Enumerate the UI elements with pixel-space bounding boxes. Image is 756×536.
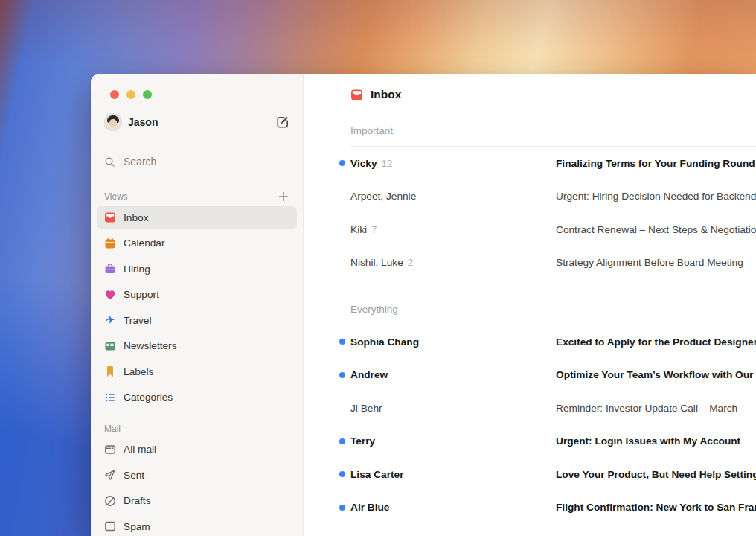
sidebar-item-labels[interactable]: Labels <box>97 360 297 383</box>
email-subject: Finalizing Terms for Your Funding Round <box>556 158 756 169</box>
add-view-button[interactable] <box>278 191 289 202</box>
window-controls <box>110 90 297 99</box>
email-sender: Nishil, Luke <box>350 257 403 268</box>
search-icon <box>104 156 115 168</box>
send-icon <box>104 469 116 481</box>
unread-dot-icon <box>339 160 345 166</box>
user-avatar <box>104 113 122 131</box>
email-row[interactable]: Vicky12 Finalizing Terms for Your Fundin… <box>304 147 756 180</box>
email-row[interactable]: Kiki7 Contract Renewal – Next Steps & Ne… <box>304 213 756 246</box>
sidebar: Jason Search Views Inbox Calendar Hiring… <box>91 74 304 536</box>
unread-dot-icon <box>339 339 345 345</box>
thread-count: 12 <box>382 158 393 169</box>
views-section-label: Views <box>104 191 128 202</box>
inbox-header: Inbox <box>304 85 756 104</box>
email-sender: Kiki <box>350 224 367 235</box>
views-section-header: Views <box>97 190 297 203</box>
all-mail-icon <box>104 444 116 456</box>
email-subject: Reminder: Investor Update Call – March <box>556 403 756 414</box>
unread-dot-icon <box>339 372 345 378</box>
email-sender: Air Blue <box>350 502 389 513</box>
sidebar-item-travel[interactable]: ✈ Travel <box>97 309 297 331</box>
mail-section-header: Mail <box>97 422 297 436</box>
sidebar-item-hiring[interactable]: Hiring <box>97 258 297 280</box>
sidebar-item-categories[interactable]: Categories <box>97 386 297 409</box>
sidebar-item-newsletters[interactable]: Newsletters <box>97 335 297 357</box>
section-label: Important <box>304 125 756 140</box>
email-sender: Andrew <box>350 369 388 380</box>
sidebar-item-drafts[interactable]: Drafts <box>97 490 297 512</box>
sidebar-item-support[interactable]: Support <box>97 284 297 306</box>
mail-app-window: Jason Search Views Inbox Calendar Hiring… <box>91 74 756 536</box>
unread-dot-icon <box>339 471 345 477</box>
sidebar-item-inbox[interactable]: Inbox <box>97 206 297 229</box>
email-row[interactable]: Air Blue Flight Confirmation: New York t… <box>304 491 756 525</box>
email-row[interactable]: Arpeet, Jennie Urgent: Hiring Decision N… <box>304 180 756 214</box>
email-sender: Ji Behr <box>350 403 382 414</box>
email-row[interactable]: Terry Urgent: Login Issues with My Accou… <box>304 425 756 459</box>
minimize-window-button[interactable] <box>126 90 135 99</box>
email-subject: Urgent: Login Issues with My Account <box>556 436 756 447</box>
email-subject: Flight Confirmation: New York to San Fra… <box>556 502 756 513</box>
thread-count: 2 <box>408 257 414 268</box>
mail-folder-list: All mail Sent Drafts Spam <box>97 438 297 536</box>
briefcase-icon <box>104 263 116 275</box>
unread-dot-icon <box>339 505 345 511</box>
page-title: Inbox <box>371 88 401 101</box>
section-important: Important Vicky12 Finalizing Terms for Y… <box>304 125 756 279</box>
section-label: Everything <box>304 304 756 319</box>
section-everything: Everything Sophia Chang Excited to Apply… <box>304 304 756 536</box>
email-row[interactable]: Ji Behr Reminder: Investor Update Call –… <box>304 392 756 425</box>
zoom-window-button[interactable] <box>143 90 152 99</box>
newsletter-icon <box>104 340 116 352</box>
email-list: Sophia Chang Excited to Apply for the Pr… <box>304 325 756 536</box>
inbox-icon <box>350 89 363 101</box>
email-list: Vicky12 Finalizing Terms for Your Fundin… <box>304 147 756 279</box>
email-row[interactable]: Lisa Carter Love Your Product, But Need … <box>304 458 756 491</box>
compose-icon[interactable] <box>276 115 289 129</box>
email-subject: Urgent: Hiring Decision Needed for Backe… <box>556 191 756 202</box>
message-list-pane: Inbox Important Vicky12 Finalizing Terms… <box>304 74 756 536</box>
user-name: Jason <box>128 116 158 128</box>
account-switcher[interactable]: Jason <box>97 112 297 133</box>
close-window-button[interactable] <box>110 90 119 99</box>
spam-icon <box>104 520 116 532</box>
search-placeholder: Search <box>124 156 156 168</box>
email-subject: Love Your Product, But Need Help Setting… <box>556 469 756 480</box>
search-input[interactable]: Search <box>97 153 297 170</box>
views-list: Inbox Calendar Hiring Support ✈ Travel N… <box>97 206 297 409</box>
sidebar-item-sent[interactable]: Sent <box>97 464 297 486</box>
thread-count: 7 <box>371 224 377 235</box>
sidebar-item-calendar[interactable]: Calendar <box>97 232 297 255</box>
sidebar-item-all-mail[interactable]: All mail <box>97 438 297 461</box>
email-row[interactable]: Andrew Optimize Your Team’s Workflow wit… <box>304 359 756 392</box>
email-row[interactable]: Johnny Appleseed The Power of AI Investi… <box>304 524 756 536</box>
email-sender: Vicky <box>350 158 377 169</box>
heart-icon <box>104 289 116 301</box>
calendar-icon <box>104 237 116 249</box>
sidebar-item-spam[interactable]: Spam <box>97 515 297 536</box>
mail-section-label: Mail <box>104 424 121 434</box>
unread-dot-icon <box>339 438 345 444</box>
inbox-tray-icon <box>104 211 116 223</box>
email-subject: Excited to Apply for the Product Designe… <box>556 336 756 348</box>
categories-icon <box>104 392 116 403</box>
email-sender: Terry <box>350 436 375 447</box>
email-subject: Contract Renewal – Next Steps & Negotiat… <box>556 224 756 235</box>
bookmark-icon <box>104 366 116 377</box>
email-sender: Sophia Chang <box>350 336 419 348</box>
email-subject: Strategy Alignment Before Board Meeting <box>556 257 756 268</box>
email-subject: Optimize Your Team’s Workflow with Our N… <box>556 369 756 380</box>
email-sender: Lisa Carter <box>350 469 404 480</box>
draft-icon <box>104 495 116 507</box>
email-row[interactable]: Nishil, Luke2 Strategy Alignment Before … <box>304 246 756 280</box>
plane-icon: ✈ <box>104 314 116 326</box>
email-row[interactable]: Sophia Chang Excited to Apply for the Pr… <box>304 325 756 359</box>
email-sender: Arpeet, Jennie <box>350 191 416 202</box>
